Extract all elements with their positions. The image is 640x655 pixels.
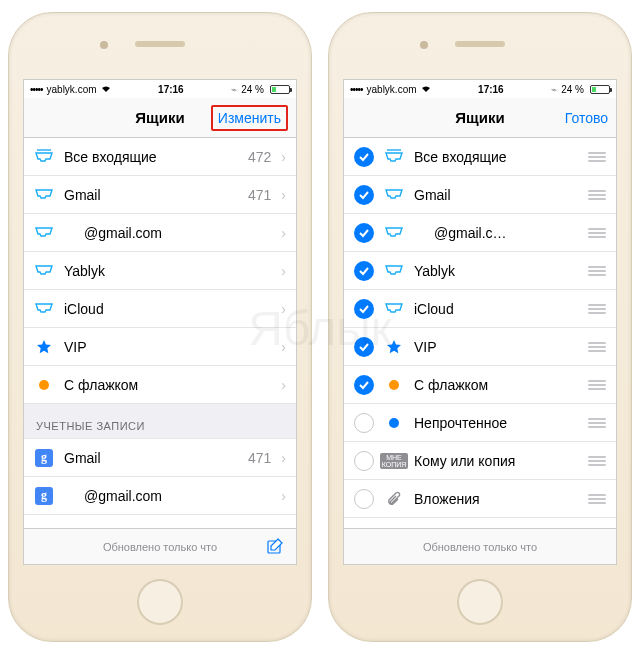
inbox-all-icon [384, 149, 404, 165]
signal-dots-icon: ••••• [350, 84, 363, 95]
carrier-label: yablyk.com [47, 84, 97, 95]
mailbox-row[interactable]: Yablyk › [24, 252, 296, 290]
mailbox-label: Yablyk [414, 263, 578, 279]
toolbar: Обновлено только что [24, 528, 296, 564]
chevron-right-icon: › [281, 149, 286, 165]
chevron-right-icon: › [281, 488, 286, 504]
phone-left: ••••• yablyk.com 17:16 ⌁ 24 % Ящики Изме… [8, 12, 312, 642]
battery-icon [270, 85, 290, 94]
compose-button[interactable] [266, 537, 284, 557]
home-button[interactable] [457, 579, 503, 625]
inbox-icon [384, 264, 404, 278]
inbox-icon [384, 302, 404, 316]
checkbox-on-icon[interactable] [354, 147, 374, 167]
footer-status: Обновлено только что [103, 541, 217, 553]
signal-dots-icon: ••••• [30, 84, 43, 95]
mailbox-label: @gmail.com [64, 225, 261, 241]
mailbox-label: Yablyk [64, 263, 261, 279]
mailbox-label: Непрочтенное [414, 415, 578, 431]
status-bar: ••••• yablyk.com 17:16 ⌁ 24 % [24, 80, 296, 98]
mailbox-list: Все входящие 472 › Gmail 471 › @gmail.co… [24, 138, 296, 515]
reorder-handle-icon[interactable] [588, 418, 606, 428]
account-count: 471 [248, 450, 271, 466]
done-button[interactable]: Готово [565, 110, 608, 126]
reorder-handle-icon[interactable] [588, 494, 606, 504]
mailbox-row[interactable]: С флажком › [24, 366, 296, 404]
mailbox-edit-row[interactable]: Gmail [344, 176, 616, 214]
mailbox-label: Кому или копия [414, 453, 578, 469]
mailbox-edit-row[interactable]: Вложения [344, 480, 616, 518]
reorder-handle-icon[interactable] [588, 190, 606, 200]
battery-icon [590, 85, 610, 94]
reorder-handle-icon[interactable] [588, 342, 606, 352]
clock: 17:16 [431, 84, 552, 95]
battery-pct: 24 % [561, 84, 584, 95]
carrier-label: yablyk.com [367, 84, 417, 95]
checkbox-off-icon[interactable] [354, 489, 374, 509]
checkbox-on-icon[interactable] [354, 337, 374, 357]
reorder-handle-icon[interactable] [588, 266, 606, 276]
mailbox-row[interactable]: VIP › [24, 328, 296, 366]
nav-bar: Ящики Готово [344, 98, 616, 138]
reorder-handle-icon[interactable] [588, 228, 606, 238]
footer-status: Обновлено только что [423, 541, 537, 553]
inbox-icon [34, 226, 54, 240]
edit-button[interactable]: Изменить [211, 105, 288, 131]
mailbox-label: Вложения [414, 491, 578, 507]
star-icon [384, 339, 404, 355]
reorder-handle-icon[interactable] [588, 456, 606, 466]
mailbox-label: С флажком [414, 377, 578, 393]
chevron-right-icon: › [281, 187, 286, 203]
mailbox-edit-row[interactable]: Непрочтенное [344, 404, 616, 442]
mailbox-label: VIP [414, 339, 578, 355]
mailbox-label: iCloud [64, 301, 261, 317]
bluetooth-icon: ⌁ [551, 84, 557, 95]
wifi-icon [421, 85, 431, 93]
mailbox-edit-row[interactable]: iCloud [344, 290, 616, 328]
inbox-icon [34, 188, 54, 202]
mailbox-row[interactable]: Все входящие 472 › [24, 138, 296, 176]
account-row[interactable]: g @gmail.com › [24, 477, 296, 515]
mailbox-row[interactable]: @gmail.com › [24, 214, 296, 252]
reorder-handle-icon[interactable] [588, 380, 606, 390]
checkbox-on-icon[interactable] [354, 299, 374, 319]
inbox-icon [384, 188, 404, 202]
mailbox-edit-row[interactable]: Yablyk [344, 252, 616, 290]
flag-dot-icon [34, 380, 54, 390]
mailbox-label: Gmail [414, 187, 578, 203]
reorder-handle-icon[interactable] [588, 152, 606, 162]
clock: 17:16 [111, 84, 232, 95]
mailbox-label: @gmail.c… [414, 225, 578, 241]
chevron-right-icon: › [281, 339, 286, 355]
mailbox-edit-row[interactable]: Все входящие [344, 138, 616, 176]
checkbox-on-icon[interactable] [354, 185, 374, 205]
toolbar: Обновлено только что [344, 528, 616, 564]
checkbox-off-icon[interactable] [354, 451, 374, 471]
star-icon [34, 339, 54, 355]
google-icon: g [34, 449, 54, 467]
flag-dot-icon [384, 380, 404, 390]
mailbox-count: 471 [248, 187, 271, 203]
checkbox-on-icon[interactable] [354, 375, 374, 395]
mailbox-row[interactable]: Gmail 471 › [24, 176, 296, 214]
battery-pct: 24 % [241, 84, 264, 95]
checkbox-off-icon[interactable] [354, 413, 374, 433]
checkbox-on-icon[interactable] [354, 261, 374, 281]
account-label: @gmail.com [64, 488, 261, 504]
wifi-icon [101, 85, 111, 93]
mailbox-label: iCloud [414, 301, 578, 317]
nav-bar: Ящики Изменить [24, 98, 296, 138]
mailbox-edit-row[interactable]: МНЕКОПИЯ Кому или копия [344, 442, 616, 480]
home-button[interactable] [137, 579, 183, 625]
checkbox-on-icon[interactable] [354, 223, 374, 243]
status-bar: ••••• yablyk.com 17:16 ⌁ 24 % [344, 80, 616, 98]
mailbox-edit-row[interactable]: С флажком [344, 366, 616, 404]
inbox-icon [34, 302, 54, 316]
mailbox-edit-row[interactable]: VIP [344, 328, 616, 366]
mailbox-count: 472 [248, 149, 271, 165]
account-label: Gmail [64, 450, 238, 466]
mailbox-edit-row[interactable]: @gmail.c… [344, 214, 616, 252]
account-row[interactable]: g Gmail 471 › [24, 439, 296, 477]
reorder-handle-icon[interactable] [588, 304, 606, 314]
mailbox-row[interactable]: iCloud › [24, 290, 296, 328]
